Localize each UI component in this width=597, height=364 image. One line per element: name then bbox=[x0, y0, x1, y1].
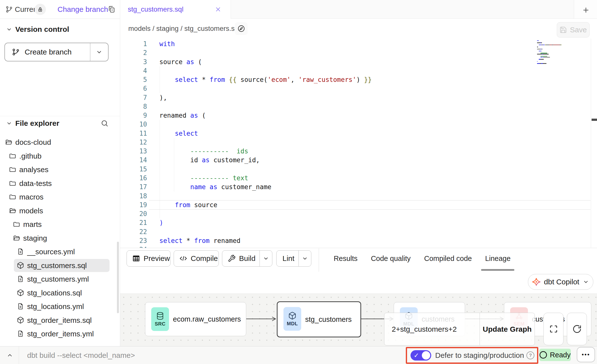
tree-item-stg-customers-yml[interactable]: stg_customers.yml bbox=[0, 272, 120, 286]
tab-compiled-code[interactable]: Compiled code bbox=[424, 252, 472, 265]
close-tab-icon[interactable] bbox=[214, 6, 222, 13]
badge-label: SRC bbox=[155, 321, 166, 327]
line-number: 17 bbox=[126, 182, 147, 191]
minimap-line bbox=[537, 42, 589, 43]
tree-item-stg-locations-sql[interactable]: stg_locations.sql bbox=[0, 286, 120, 300]
create-branch-caret[interactable] bbox=[90, 43, 108, 61]
tree-item-macros[interactable]: macros bbox=[0, 190, 120, 204]
create-branch-main[interactable]: Create branch bbox=[5, 43, 90, 61]
help-icon[interactable]: ? bbox=[526, 351, 534, 359]
tab-results[interactable]: Results bbox=[334, 252, 358, 265]
copilot-compass-button[interactable] bbox=[235, 22, 248, 35]
tab-lineage[interactable]: Lineage bbox=[485, 252, 510, 265]
minimap-line bbox=[537, 47, 589, 47]
create-branch-button[interactable]: Create branch bbox=[4, 43, 109, 61]
lineage-panel[interactable]: MDL customers SEM customers 2+stg_custom… bbox=[120, 293, 597, 346]
chevron-down-icon bbox=[583, 279, 589, 285]
status-badge: Ready bbox=[539, 349, 571, 361]
search-icon[interactable] bbox=[101, 119, 109, 127]
tree-item-models[interactable]: models bbox=[0, 204, 120, 218]
more-options-button[interactable]: ••• bbox=[577, 347, 595, 362]
tab-code-quality[interactable]: Code quality bbox=[371, 252, 410, 265]
lineage-node-ecom-raw-customers[interactable]: SRC ecom.raw_customers bbox=[145, 302, 246, 336]
divider bbox=[19, 346, 19, 364]
tab-strip bbox=[231, 0, 574, 18]
file-explorer-header[interactable]: File explorer bbox=[15, 119, 59, 127]
defer-toggle[interactable]: ✓ bbox=[410, 350, 431, 361]
tree-item-docs-cloud[interactable]: docs-cloud bbox=[0, 135, 120, 149]
tree-item-label: stg_locations.yml bbox=[27, 300, 84, 313]
copy-icon[interactable] bbox=[108, 5, 115, 13]
minimap-line bbox=[537, 49, 589, 49]
editor-code[interactable]: withsource as ( select * from {{ source(… bbox=[159, 39, 372, 248]
divider bbox=[0, 116, 120, 116]
build-caret[interactable] bbox=[260, 255, 272, 262]
code-editor[interactable]: 123456789101112131415161718192021222324 … bbox=[120, 38, 597, 248]
line-number: 8 bbox=[126, 102, 147, 111]
line-number: 20 bbox=[126, 209, 147, 218]
tree-item-label: docs-cloud bbox=[15, 135, 51, 149]
dbt-copilot-button[interactable]: dbt Copilot bbox=[528, 274, 593, 290]
compile-button[interactable]: Compile bbox=[174, 250, 219, 267]
minimap-line bbox=[537, 57, 589, 57]
fullscreen-button[interactable] bbox=[543, 313, 563, 345]
line-number: 2 bbox=[126, 48, 147, 57]
lint-button[interactable]: Lint bbox=[276, 250, 311, 267]
minimap-line bbox=[537, 58, 589, 58]
folder-icon bbox=[9, 180, 16, 187]
model-cube-icon bbox=[17, 289, 24, 296]
change-branch-link[interactable]: Change branch bbox=[57, 0, 108, 19]
preview-button[interactable]: Preview bbox=[127, 250, 170, 267]
model-badge: MDL bbox=[283, 307, 301, 331]
file-icon bbox=[17, 303, 24, 310]
divider bbox=[591, 38, 591, 248]
tree-item-stg-locations-yml[interactable]: stg_locations.yml bbox=[0, 300, 120, 313]
save-button[interactable]: Save bbox=[557, 22, 590, 37]
tree-item-data-tests[interactable]: data-tests bbox=[0, 177, 120, 190]
tree-item-stg-order-items-sql[interactable]: stg_order_items.sql bbox=[0, 313, 120, 327]
chevron-down-icon[interactable] bbox=[6, 26, 12, 33]
new-tab-button[interactable] bbox=[582, 6, 590, 14]
command-input[interactable]: dbt build --select <model_name> bbox=[27, 346, 135, 364]
top-bar: Current Change branch stg_customers.sql bbox=[0, 0, 597, 19]
dbt-copilot-label: dbt Copilot bbox=[544, 278, 579, 286]
defer-annotation-box: ✓ Defer to staging/production ? bbox=[406, 347, 538, 364]
tree-item-stg-customers-sql[interactable]: stg_customers.sql bbox=[0, 259, 120, 272]
tree-item-staging[interactable]: staging bbox=[0, 231, 120, 245]
tree-item--sources-yml[interactable]: __sources.yml bbox=[0, 245, 120, 258]
chevron-down-icon[interactable] bbox=[6, 120, 12, 127]
tree-item-stg-order-items-yml[interactable]: stg_order_items.yml bbox=[0, 327, 120, 341]
folder-icon bbox=[9, 166, 16, 173]
tree-item--github[interactable]: .github bbox=[0, 149, 120, 163]
editor-minimap[interactable] bbox=[537, 40, 589, 65]
lineage-node-stg-customers[interactable]: MDL stg_customers bbox=[277, 301, 361, 337]
line-number: 4 bbox=[126, 66, 147, 75]
code-line bbox=[159, 245, 372, 248]
lineage-selector-input[interactable]: 2+stg_customers+2 bbox=[384, 313, 480, 345]
line-number: 16 bbox=[126, 174, 147, 182]
minimap-line bbox=[537, 53, 589, 53]
tree-item-marts[interactable]: marts bbox=[0, 218, 120, 231]
refresh-button[interactable] bbox=[567, 313, 587, 345]
update-graph-button[interactable]: Update Graph bbox=[480, 313, 535, 345]
line-number: 7 bbox=[126, 93, 147, 102]
breadcrumb: models / staging / stg_customers.sql bbox=[128, 19, 240, 38]
minimap-line bbox=[537, 56, 589, 56]
line-number: 3 bbox=[126, 57, 147, 66]
tab-stg-customers-sql[interactable]: stg_customers.sql bbox=[120, 0, 231, 19]
create-branch-label: Create branch bbox=[25, 48, 72, 56]
tab-label: stg_customers.sql bbox=[128, 0, 184, 19]
lock-icon bbox=[37, 6, 43, 13]
code-line: ), bbox=[159, 93, 372, 102]
code-line bbox=[159, 102, 372, 111]
sidebar-scrollbar[interactable] bbox=[117, 242, 119, 313]
model-cube-icon bbox=[17, 262, 24, 269]
version-control-header[interactable]: Version control bbox=[15, 25, 69, 34]
tree-item-label: marts bbox=[23, 218, 42, 231]
lint-caret[interactable] bbox=[299, 255, 311, 262]
tree-item-label: stg_customers.yml bbox=[27, 272, 89, 286]
scrollbar-marker[interactable] bbox=[592, 119, 597, 121]
tree-item-analyses[interactable]: analyses bbox=[0, 163, 120, 176]
build-button[interactable]: Build bbox=[222, 250, 272, 267]
chevron-up-icon[interactable] bbox=[6, 352, 13, 359]
